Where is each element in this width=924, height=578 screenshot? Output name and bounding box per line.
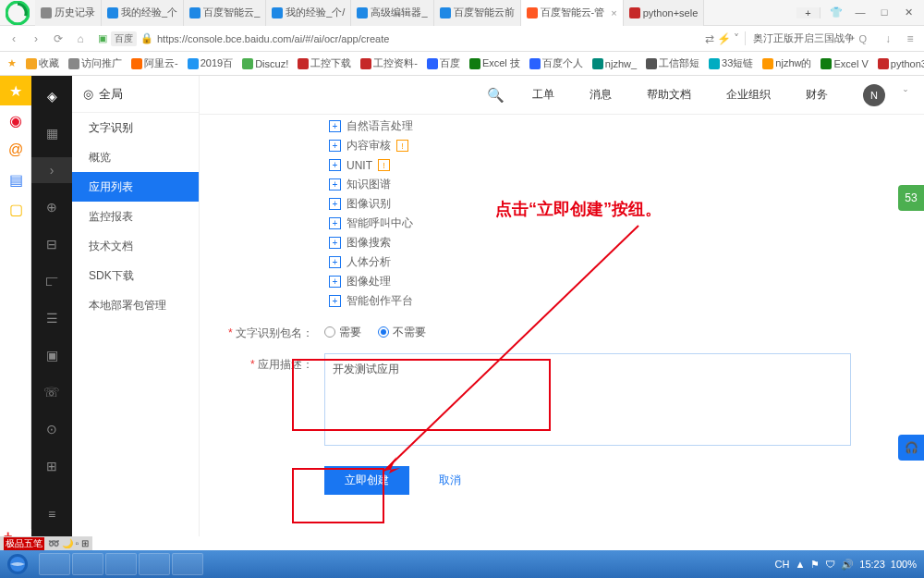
bookmark-item[interactable]: njzhw的: [762, 56, 811, 70]
capability-item[interactable]: +图像处理: [329, 272, 896, 291]
console-sidebar: ◎ 全局 文字识别 概览应用列表监控报表技术文档SDK下载本地部署包管理: [72, 76, 200, 536]
sidebar-item[interactable]: 监控报表: [72, 202, 199, 231]
forward-button[interactable]: ›: [28, 31, 44, 47]
browser-tab[interactable]: 百度智能云_: [184, 0, 266, 26]
capability-item[interactable]: +自然语言处理: [329, 117, 896, 136]
maximize-button[interactable]: □: [876, 6, 893, 18]
minimize-button[interactable]: —: [852, 6, 869, 18]
topnav-link[interactable]: 企业组织: [726, 87, 771, 103]
nav-globe-icon[interactable]: ⊕: [39, 194, 65, 220]
topnav-link[interactable]: 消息: [590, 87, 612, 103]
ime-toolbar[interactable]: 极品五笔 ➿ 🌙 ▫ ⊞: [0, 536, 92, 550]
menu-button[interactable]: ≡: [902, 31, 918, 47]
float-badge-green[interactable]: 53: [898, 185, 924, 211]
home-button[interactable]: ⌂: [72, 31, 89, 47]
capability-item[interactable]: +图像搜索: [329, 233, 896, 252]
nav-phone-icon[interactable]: ☏: [39, 379, 65, 405]
bookmark-item[interactable]: njzhw_: [592, 58, 637, 69]
sidebar-item[interactable]: 本地部署包管理: [72, 290, 199, 320]
sidebar-scope[interactable]: ◎ 全局: [72, 76, 199, 113]
bookmark-item[interactable]: Discuz!: [242, 58, 288, 69]
nav-collapse-icon[interactable]: ≡: [39, 501, 65, 527]
task-app-5[interactable]: [172, 553, 203, 575]
bookmark-item[interactable]: 2019百: [188, 56, 233, 70]
browser-tab[interactable]: 历史记录: [35, 0, 102, 26]
radio-no-need[interactable]: 不需要: [378, 325, 426, 340]
capability-item[interactable]: +智能呼叫中心: [329, 214, 896, 233]
task-app-1[interactable]: [39, 553, 70, 575]
topbar-search-icon[interactable]: 🔍: [487, 87, 505, 104]
new-tab-button[interactable]: +: [796, 7, 821, 18]
back-button[interactable]: ‹: [6, 31, 22, 47]
plus-icon: +: [329, 120, 341, 132]
nav-chart-icon[interactable]: ⫍: [39, 268, 65, 294]
nav-list-icon[interactable]: ☰: [39, 305, 65, 331]
strip-box-icon[interactable]: ▢: [0, 194, 31, 224]
capability-item[interactable]: +智能创作平台: [329, 291, 896, 311]
bookmark-item[interactable]: 收藏: [26, 56, 59, 70]
bookmark-item[interactable]: 工控资料-: [360, 56, 418, 70]
bookmark-item[interactable]: 工信部短: [646, 56, 699, 70]
user-avatar[interactable]: N: [863, 84, 885, 106]
sidebar-item[interactable]: 概览: [72, 142, 199, 172]
bookmark-item[interactable]: 阿里云-: [131, 56, 178, 70]
browser-tab[interactable]: 百度智能云-管 ×: [521, 0, 624, 26]
task-app-3[interactable]: [105, 553, 137, 575]
radio-need[interactable]: 需要: [324, 325, 361, 340]
search-box[interactable]: 奥汀正版开启三国战争 Q: [745, 31, 874, 45]
strip-fav-icon[interactable]: ★: [0, 76, 31, 105]
bookmark-item[interactable]: 访问推广: [68, 56, 122, 70]
start-button[interactable]: [0, 550, 35, 578]
nav-image-icon[interactable]: ▣: [39, 342, 65, 368]
bookmark-star[interactable]: ★: [7, 57, 17, 69]
nav-body-icon[interactable]: ⊞: [39, 453, 65, 479]
capability-item[interactable]: +知识图谱: [329, 175, 896, 194]
bookmark-item[interactable]: 工控下载: [298, 56, 351, 70]
browser-tab[interactable]: 高级编辑器_: [351, 0, 433, 26]
task-app-4[interactable]: [139, 553, 170, 575]
strip-weibo-icon[interactable]: ◉: [0, 105, 31, 135]
bookmark-item[interactable]: Excel V: [821, 58, 868, 69]
float-headset-icon[interactable]: 🎧: [898, 435, 924, 461]
location-icon: ◎: [83, 87, 93, 101]
create-button[interactable]: 立即创建: [324, 466, 409, 495]
browser-logo: [0, 0, 35, 26]
bookmark-item[interactable]: 百度个人: [529, 56, 583, 70]
bookmark-item[interactable]: python3: [878, 58, 924, 69]
sidebar-item[interactable]: 技术文档: [72, 231, 199, 261]
strip-at-icon[interactable]: @: [0, 135, 31, 165]
bookmark-item[interactable]: 百度: [427, 56, 460, 70]
nav-grid-icon[interactable]: ▦: [39, 120, 65, 146]
sidebar-item[interactable]: 应用列表: [72, 172, 199, 202]
nav-scan-icon[interactable]: ⊟: [39, 231, 65, 257]
close-button[interactable]: ✕: [900, 6, 917, 18]
url-field[interactable]: ▣ 百度 🔒 https://console.bce.baidu.com/ai/…: [94, 31, 699, 46]
capability-item[interactable]: +UNIT!: [329, 155, 896, 175]
skin-button[interactable]: 👕: [828, 6, 845, 18]
cancel-button[interactable]: 取消: [428, 466, 472, 495]
refresh-button[interactable]: ⟳: [50, 31, 67, 47]
bookmark-item[interactable]: 33短链: [709, 56, 753, 70]
sidebar-item[interactable]: SDK下载: [72, 261, 199, 290]
capability-item[interactable]: +人体分析: [329, 252, 896, 272]
topnav-link[interactable]: 财务: [806, 87, 828, 103]
description-textarea[interactable]: 开发测试应用: [324, 353, 851, 446]
download-button[interactable]: ↓: [880, 31, 896, 47]
browser-tab[interactable]: 百度智能云前: [434, 0, 521, 26]
nav-arrow-icon[interactable]: ›: [31, 157, 72, 183]
nav-cube-icon[interactable]: ◈: [39, 83, 65, 109]
topnav-link[interactable]: 工单: [532, 87, 554, 103]
bookmark-item[interactable]: Excel 技: [469, 56, 520, 70]
strip-doc-icon[interactable]: ▤: [0, 165, 31, 194]
system-tray[interactable]: CH▲⚑🛡🔊 15:23 100%: [768, 559, 924, 571]
sidebar-group[interactable]: 文字识别: [72, 113, 199, 142]
browser-tab[interactable]: python+sele: [624, 0, 705, 26]
task-app-2[interactable]: [72, 553, 103, 575]
topnav-link[interactable]: 帮助文档: [647, 87, 691, 103]
avatar-chevron-icon[interactable]: ˇ: [904, 89, 907, 102]
browser-tab[interactable]: 我的经验_个/: [266, 0, 351, 26]
browser-tab[interactable]: 我的经验_个: [102, 0, 184, 26]
capability-item[interactable]: +内容审核!: [329, 136, 896, 155]
capability-item[interactable]: +图像识别: [329, 194, 896, 214]
nav-search-icon[interactable]: ⊙: [39, 416, 65, 442]
